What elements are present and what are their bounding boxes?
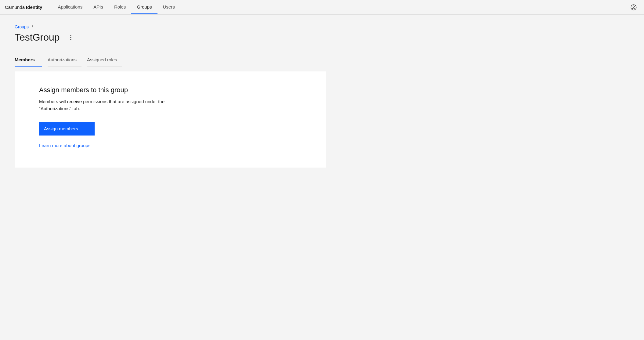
overflow-icon	[70, 35, 71, 40]
main-nav: Applications APIs Roles Groups Users	[52, 0, 180, 14]
tab-members[interactable]: Members	[15, 54, 42, 67]
members-panel: Assign members to this group Members wil…	[15, 71, 326, 168]
nav-roles[interactable]: Roles	[109, 0, 131, 14]
spacer	[180, 0, 628, 14]
page-content: Groups / TestGroup Members Authorization…	[0, 15, 644, 177]
nav-applications[interactable]: Applications	[52, 0, 88, 14]
tab-authorizations[interactable]: Authorizations	[48, 54, 81, 67]
sub-tabs: Members Authorizations Assigned roles	[15, 54, 629, 67]
breadcrumb-groups-link[interactable]: Groups	[15, 24, 29, 29]
page-title: TestGroup	[15, 32, 60, 43]
nav-users[interactable]: Users	[157, 0, 180, 14]
top-header: Camunda Identity Applications APIs Roles…	[0, 0, 644, 15]
breadcrumb-separator: /	[32, 24, 33, 29]
learn-more-link[interactable]: Learn more about groups	[39, 143, 90, 148]
brand-prefix: Camunda	[5, 5, 25, 10]
nav-groups[interactable]: Groups	[131, 0, 157, 14]
empty-state: Assign members to this group Members wil…	[39, 86, 198, 148]
user-icon	[631, 4, 637, 10]
svg-point-1	[633, 6, 635, 7]
tab-assigned-roles[interactable]: Assigned roles	[87, 54, 122, 67]
breadcrumb: Groups /	[15, 24, 629, 29]
brand: Camunda Identity	[5, 0, 47, 14]
svg-point-4	[70, 39, 71, 40]
assign-members-button[interactable]: Assign members	[39, 122, 95, 136]
empty-state-description: Members will receive permissions that ar…	[39, 98, 198, 112]
svg-point-3	[70, 37, 71, 38]
brand-name: Identity	[26, 5, 42, 10]
overflow-menu-button[interactable]	[66, 33, 76, 42]
nav-apis[interactable]: APIs	[88, 0, 109, 14]
svg-point-2	[70, 35, 71, 36]
title-row: TestGroup	[15, 32, 629, 43]
user-menu-button[interactable]	[628, 0, 639, 14]
empty-state-heading: Assign members to this group	[39, 86, 198, 94]
